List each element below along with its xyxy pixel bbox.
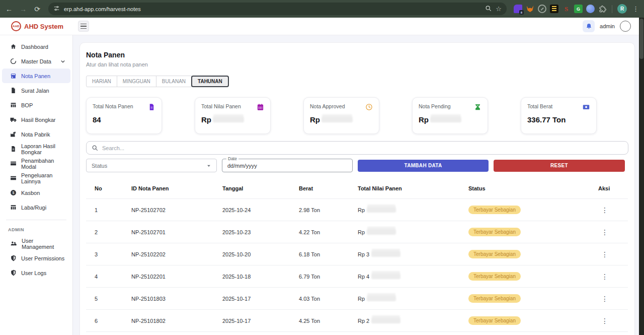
user-name: admin bbox=[600, 23, 615, 29]
cell-id: NP-25102201 bbox=[123, 265, 214, 288]
shield-icon bbox=[10, 270, 17, 276]
url-bar[interactable]: erp.ahd-app.com/harvest-notes ☆ bbox=[48, 3, 507, 15]
table-header-row: No ID Nota Panen Tanggal Berat Total Nil… bbox=[86, 181, 628, 199]
tab-harian[interactable]: HARIAN bbox=[86, 76, 117, 87]
site-info-tune-icon[interactable] bbox=[53, 5, 60, 14]
browser-chrome: ← → ⟳ erp.ahd-app.com/harvest-notes ☆ 8 … bbox=[0, 0, 644, 18]
shield-icon bbox=[10, 255, 17, 261]
chevron-down-icon bbox=[206, 163, 211, 168]
browser-menu-icon[interactable]: ⋮ bbox=[630, 5, 641, 13]
extension-g-icon[interactable]: G bbox=[574, 5, 583, 13]
cell-no: 2 bbox=[86, 221, 123, 243]
url-text[interactable]: erp.ahd-app.com/harvest-notes bbox=[64, 6, 481, 12]
sidebar-item-nota-panen[interactable]: Nota Panen bbox=[2, 69, 70, 83]
extensions-puzzle-icon[interactable] bbox=[598, 5, 607, 13]
notifications-button[interactable] bbox=[583, 20, 595, 32]
extension-yellow-icon[interactable] bbox=[550, 5, 558, 13]
col-no: No bbox=[86, 181, 123, 199]
sidebar-item-laporan-hasil-bongkar[interactable]: Laporan Hasil Bongkar bbox=[2, 142, 70, 156]
sidebar-toggle-button[interactable] bbox=[78, 21, 89, 32]
status-badge: Terbayar Sebagian bbox=[468, 294, 521, 303]
search-input[interactable] bbox=[102, 145, 623, 151]
hourglass-icon bbox=[474, 103, 481, 111]
extension-globe-icon[interactable] bbox=[586, 5, 595, 13]
cell-total-nilai: Rp 5 bbox=[349, 332, 460, 335]
search-bar[interactable] bbox=[86, 141, 628, 155]
table-row: 6 NP-25101802 2025-10-17 4.25 Ton Rp 2 T… bbox=[86, 310, 628, 332]
sidebar-item-dashboard[interactable]: Dashboard bbox=[2, 39, 70, 54]
cell-status: Terbayar Sebagian bbox=[460, 288, 590, 310]
calendar-icon bbox=[257, 103, 264, 111]
status-select[interactable]: Status bbox=[86, 159, 217, 172]
kebab-menu-icon[interactable]: ⋮ bbox=[598, 316, 611, 326]
kebab-menu-icon[interactable]: ⋮ bbox=[598, 249, 611, 259]
redacted-value bbox=[367, 207, 396, 213]
ahd-logo-icon: AHD bbox=[11, 21, 21, 31]
cell-no: 5 bbox=[86, 288, 123, 310]
bookmark-star-icon[interactable]: ☆ bbox=[496, 5, 502, 13]
cell-total-nilai: Rp bbox=[349, 221, 460, 243]
redacted-value bbox=[213, 117, 244, 122]
stat-card-total-nilai-panen: Total Nilai Panen Rp bbox=[195, 97, 271, 134]
col-total-nilai: Total Nilai Panen bbox=[349, 181, 460, 199]
zoom-icon[interactable] bbox=[485, 5, 492, 14]
sidebar-item-surat-jalan[interactable]: Surat Jalan bbox=[2, 83, 70, 98]
banknote-icon bbox=[582, 103, 590, 111]
scrollbar-thumb[interactable] bbox=[639, 19, 643, 59]
sidebar-item-hasil-bongkar[interactable]: Hasil Bongkar bbox=[2, 112, 70, 127]
cell-id: NP-25101802 bbox=[123, 310, 214, 332]
cell-tanggal: 2025-10-23 bbox=[214, 221, 290, 243]
reset-button[interactable]: RESET bbox=[494, 160, 625, 172]
table-icon bbox=[10, 204, 17, 211]
cell-status: Terbayar Sebagian bbox=[460, 243, 590, 265]
chevron-down-icon bbox=[60, 59, 65, 64]
status-badge: Terbayar Sebagian bbox=[468, 228, 521, 236]
kebab-menu-icon[interactable]: ⋮ bbox=[598, 272, 611, 282]
extension-fox-icon[interactable] bbox=[526, 5, 534, 13]
cell-total-nilai: Rp 4 bbox=[349, 265, 460, 288]
extension-compass-icon[interactable] bbox=[538, 5, 546, 13]
sidebar-section-admin: ADMIN bbox=[0, 225, 72, 236]
sidebar-item-kasbon[interactable]: $ Kasbon bbox=[2, 185, 70, 200]
cell-aksi: ⋮ bbox=[590, 199, 628, 221]
sidebar: Dashboard Master Data Nota Panen Surat J… bbox=[0, 35, 73, 335]
col-id: ID Nota Panen bbox=[123, 181, 214, 199]
sidebar-item-user-management[interactable]: User Management bbox=[2, 236, 70, 251]
sidebar-item-laba-rugi[interactable]: Laba/Rugi bbox=[2, 200, 70, 215]
kebab-menu-icon[interactable]: ⋮ bbox=[598, 294, 611, 304]
extension-purple-icon[interactable]: 8 bbox=[514, 5, 522, 13]
tab-tahunan[interactable]: TAHUNAN bbox=[191, 76, 229, 87]
cell-no: 7 bbox=[86, 332, 123, 335]
back-icon[interactable]: ← bbox=[3, 3, 15, 15]
sidebar-item-penambahan-modal[interactable]: Penambahan Modal bbox=[2, 156, 70, 171]
kebab-menu-icon[interactable]: ⋮ bbox=[598, 205, 611, 215]
col-status: Status bbox=[460, 181, 590, 199]
cell-berat: 4.03 Ton bbox=[290, 288, 349, 310]
browser-profile-avatar[interactable]: R bbox=[617, 4, 627, 14]
tambah-data-button[interactable]: TAMBAH DATA bbox=[358, 160, 489, 172]
date-field[interactable]: Date dd/mm/yyyy bbox=[222, 159, 353, 172]
extension-s-icon[interactable]: S bbox=[562, 5, 571, 13]
forward-icon[interactable]: → bbox=[17, 3, 29, 15]
sidebar-item-user-logs[interactable]: User Logs bbox=[2, 265, 70, 280]
period-tabs: HARIAN MINGGUAN BULANAN TAHUNAN bbox=[86, 76, 628, 87]
cell-status: Terbayar Sebagian bbox=[460, 310, 590, 332]
page-title: Nota Panen bbox=[86, 51, 628, 59]
sidebar-item-nota-pabrik[interactable]: Nota Pabrik bbox=[2, 127, 70, 142]
tab-bulanan[interactable]: BULANAN bbox=[156, 76, 192, 87]
tab-mingguan[interactable]: MINGGUAN bbox=[117, 76, 156, 87]
user-avatar[interactable] bbox=[620, 21, 631, 32]
page-scrollbar[interactable] bbox=[639, 18, 644, 335]
redacted-value bbox=[321, 117, 353, 122]
status-badge: Terbayar Sebagian bbox=[468, 206, 521, 214]
brand[interactable]: AHD AHD System bbox=[0, 21, 73, 31]
sidebar-item-bop[interactable]: BOP bbox=[2, 98, 70, 112]
kebab-menu-icon[interactable]: ⋮ bbox=[598, 227, 611, 237]
refresh-icon[interactable]: ⟳ bbox=[31, 3, 43, 15]
cell-id: NP-25101801 bbox=[123, 332, 214, 335]
sidebar-item-user-permissions[interactable]: User Permissions bbox=[2, 251, 70, 265]
sidebar-item-pengeluaran-lainnya[interactable]: Pengeluaran Lainnya bbox=[2, 171, 70, 185]
search-icon bbox=[92, 145, 98, 151]
table-row: 3 NP-25102202 2025-10-20 6.18 Ton Rp 3 T… bbox=[86, 243, 628, 265]
sidebar-item-master-data[interactable]: Master Data bbox=[2, 54, 70, 69]
